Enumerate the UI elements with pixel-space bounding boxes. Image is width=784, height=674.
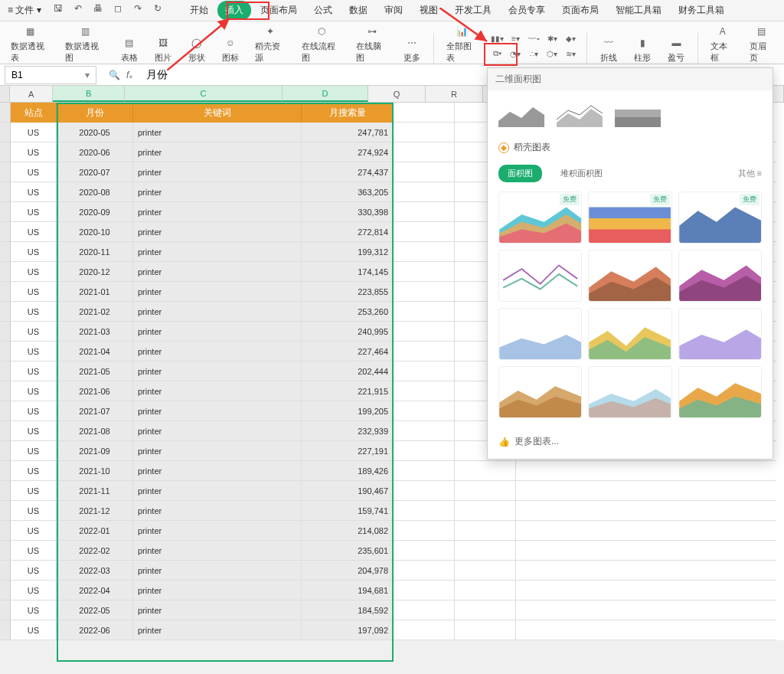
cell-volume[interactable]: 223,855 [302, 282, 394, 302]
cell-keyword[interactable]: printer [133, 441, 302, 461]
empty-cell[interactable] [455, 600, 516, 620]
combo-icon[interactable]: ≋▾ [562, 47, 579, 61]
col-head-b[interactable]: B [53, 86, 125, 102]
empty-cell[interactable] [394, 581, 455, 600]
cell-keyword[interactable]: printer [133, 222, 302, 242]
cell-volume[interactable]: 214,082 [302, 521, 394, 541]
cell-site[interactable]: US [11, 581, 57, 600]
empty-cell[interactable] [394, 282, 455, 302]
ribbon-textbox[interactable]: A文本框 [704, 21, 740, 64]
row-number[interactable] [0, 401, 11, 421]
empty-cell[interactable] [394, 142, 455, 162]
tab-pagelayout2[interactable]: 页面布局 [554, 1, 606, 20]
cell-keyword[interactable]: printer [133, 620, 302, 640]
cell-keyword[interactable]: printer [133, 282, 302, 302]
cell-month[interactable]: 2021-10 [57, 461, 133, 481]
cell-keyword[interactable]: printer [133, 481, 302, 501]
tab-insert[interactable]: 插入 [217, 1, 251, 20]
cell-site[interactable]: US [11, 600, 57, 620]
tab-other[interactable]: 其他 ≡ [738, 168, 762, 179]
empty-cell[interactable] [394, 103, 455, 123]
cell-keyword[interactable]: printer [133, 501, 302, 521]
row-number[interactable] [0, 600, 11, 620]
cell-site[interactable]: US [11, 401, 57, 421]
cell-volume[interactable]: 202,444 [302, 362, 394, 381]
cell-volume[interactable]: 174,145 [302, 262, 394, 282]
cell-keyword[interactable]: printer [133, 123, 302, 142]
cell-month[interactable]: 2022-04 [57, 581, 133, 600]
cell-volume[interactable]: 272,814 [302, 222, 394, 242]
cell-month[interactable]: 2022-03 [57, 561, 133, 581]
tab-finance[interactable]: 财务工具箱 [671, 1, 732, 20]
row-number[interactable] [0, 521, 11, 541]
chart-template-12[interactable] [678, 366, 762, 418]
empty-cell[interactable] [455, 461, 516, 481]
cell-volume[interactable]: 232,939 [302, 421, 394, 441]
cell-keyword[interactable]: printer [133, 421, 302, 441]
empty-cell[interactable] [394, 521, 455, 541]
cell-volume[interactable]: 274,437 [302, 162, 394, 182]
ribbon-table[interactable]: ▤表格 [114, 32, 145, 64]
cell-volume[interactable]: 247,781 [302, 123, 394, 142]
cell-month[interactable]: 2021-04 [57, 342, 133, 362]
cell-site[interactable]: US [11, 222, 57, 242]
cell-site[interactable]: US [11, 282, 57, 302]
cell-month[interactable]: 2021-09 [57, 441, 133, 461]
cell-month[interactable]: 2021-06 [57, 381, 133, 401]
row-number[interactable] [0, 222, 11, 242]
cell-site[interactable]: US [11, 202, 57, 222]
cell-volume[interactable]: 221,915 [302, 381, 394, 401]
col-chart-icon[interactable]: ≡▾ [507, 31, 524, 45]
chart-template-1[interactable]: 免费 [498, 191, 582, 244]
cell-month[interactable]: 2020-12 [57, 262, 133, 282]
cell-keyword[interactable]: printer [133, 322, 302, 342]
row-number[interactable] [0, 182, 11, 202]
empty-cell[interactable] [394, 222, 455, 242]
chart-template-10[interactable] [498, 366, 582, 418]
cell-site[interactable]: US [11, 162, 57, 182]
cell-keyword[interactable]: printer [133, 242, 302, 262]
chart-template-4[interactable] [498, 250, 582, 302]
row-number[interactable] [0, 362, 11, 381]
cell-month[interactable]: 2021-02 [57, 302, 133, 322]
col-head-c[interactable]: C [125, 86, 283, 102]
cell-keyword[interactable]: printer [133, 381, 302, 401]
row-number[interactable] [0, 162, 11, 182]
empty-cell[interactable] [455, 481, 516, 501]
row-number[interactable] [0, 381, 11, 401]
cell-keyword[interactable]: printer [133, 461, 302, 481]
cell-site[interactable]: US [11, 541, 57, 561]
cell-volume[interactable]: 235,601 [302, 541, 394, 561]
fx-icon[interactable]: fₓ [126, 70, 132, 80]
cell-month[interactable]: 2021-11 [57, 481, 133, 501]
cell-volume[interactable]: 199,312 [302, 242, 394, 262]
preview-icon[interactable]: ◻ [110, 1, 126, 16]
cell-site[interactable]: US [11, 441, 57, 461]
scatter-icon[interactable]: ∴▾ [525, 47, 542, 61]
col-head-r[interactable]: R [426, 86, 483, 102]
row-number[interactable] [0, 262, 11, 282]
row-number[interactable] [0, 421, 11, 441]
col-head-q[interactable]: Q [368, 86, 426, 102]
empty-cell[interactable] [455, 620, 516, 640]
cell-volume[interactable]: 194,681 [302, 581, 394, 600]
empty-cell[interactable] [394, 182, 455, 202]
sparkle-icon[interactable]: ✱▾ [544, 31, 560, 45]
empty-cell[interactable] [455, 561, 516, 581]
cell-site[interactable]: US [11, 461, 57, 481]
cell-month[interactable]: 2022-06 [57, 620, 133, 640]
empty-cell[interactable] [394, 481, 455, 501]
chart-template-8[interactable] [588, 308, 671, 360]
cell-reference-box[interactable]: B1 ▾ [5, 66, 96, 84]
empty-cell[interactable] [394, 461, 455, 481]
cell-month[interactable]: 2021-07 [57, 401, 133, 421]
bar-chart-icon[interactable]: ▮▮▾ [488, 31, 505, 45]
row-number[interactable] [0, 202, 11, 222]
cell-volume[interactable]: 190,467 [302, 481, 394, 501]
cell-keyword[interactable]: printer [133, 262, 302, 282]
cell-month[interactable]: 2020-06 [57, 142, 133, 162]
chart-template-7[interactable] [498, 308, 582, 360]
cell-site[interactable]: US [11, 262, 57, 282]
ribbon-pivot-table[interactable]: ▦数据透视表 [5, 21, 56, 64]
cell-site[interactable]: US [11, 342, 57, 362]
